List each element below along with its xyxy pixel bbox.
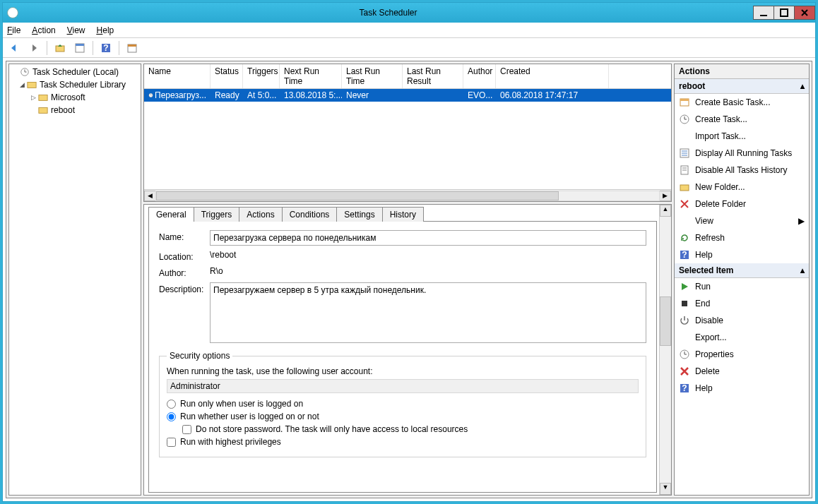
tree-microsoft[interactable]: ▷ Microsoft [11, 91, 139, 104]
history-icon [679, 164, 690, 176]
tree-pane: Task Scheduler (Local) ◢ Task Scheduler … [8, 64, 141, 496]
folder-icon [26, 80, 37, 90]
close-button[interactable] [794, 6, 815, 20]
col-next-run[interactable]: Next Run Time [280, 64, 342, 88]
tab-settings[interactable]: Settings [336, 207, 382, 222]
task-list-pane: Name Status Triggers Next Run Time Last … [143, 64, 672, 202]
action-view-submenu[interactable]: View▶ [675, 212, 809, 229]
detail-tabs: General Triggers Actions Conditions Sett… [144, 205, 659, 222]
tree-expand-icon[interactable]: ▷ [29, 94, 37, 101]
svg-rect-15 [680, 99, 689, 101]
svg-text:?: ? [682, 250, 687, 260]
window-title: Task Scheduler [23, 8, 754, 18]
help-button[interactable]: ? [97, 40, 114, 56]
action-create-basic-task[interactable]: Create Basic Task... [675, 94, 809, 111]
tree-library[interactable]: ◢ Task Scheduler Library [11, 78, 139, 91]
menu-help[interactable]: Help [97, 25, 114, 35]
maximize-button[interactable] [773, 6, 795, 20]
menu-action[interactable]: Action [32, 25, 55, 35]
tree-reboot[interactable]: reboot [11, 104, 139, 116]
detail-pane: General Triggers Actions Conditions Sett… [143, 204, 672, 496]
chk-no-store-password-input[interactable] [182, 425, 191, 434]
chk-highest-privileges-input[interactable] [167, 438, 176, 447]
col-last-run[interactable]: Last Run Time [342, 64, 403, 88]
action-refresh[interactable]: Refresh [675, 229, 809, 246]
location-value: \reboot [210, 250, 646, 260]
action-create-task[interactable]: Create Task... [675, 111, 809, 128]
chk-no-store-password[interactable]: Do not store password. The task will onl… [182, 424, 639, 434]
svg-rect-11 [39, 95, 47, 101]
col-created[interactable]: Created [496, 64, 609, 88]
radio-logged-on-or-not[interactable]: Run whether user is logged on or not [167, 412, 639, 421]
col-last-result[interactable]: Last Run Result [403, 64, 463, 88]
col-triggers[interactable]: Triggers [243, 64, 280, 88]
cell-last: Never [342, 90, 403, 100]
scroll-thumb[interactable] [156, 191, 559, 200]
svg-rect-8 [128, 44, 136, 47]
col-status[interactable]: Status [211, 64, 243, 88]
tab-general[interactable]: General [148, 207, 194, 222]
action-import-task[interactable]: Import Task... [675, 128, 809, 145]
detail-v-scrollbar[interactable]: ▲ ▼ [659, 205, 671, 495]
action-disable-history[interactable]: Disable All Tasks History [675, 162, 809, 179]
tree-label: Task Scheduler (Local) [32, 67, 119, 77]
scroll-up-button[interactable]: ▲ [660, 205, 671, 217]
tree-label: reboot [51, 105, 75, 115]
action-run[interactable]: Run [675, 278, 809, 295]
tab-history[interactable]: History [382, 207, 424, 222]
scroll-down-button[interactable]: ▼ [660, 483, 671, 495]
blank-icon [679, 215, 690, 227]
properties-icon [679, 349, 690, 360]
scroll-track[interactable] [660, 217, 671, 483]
action-delete[interactable]: Delete [675, 363, 809, 380]
description-textarea[interactable] [210, 282, 646, 343]
menu-file[interactable]: File [7, 25, 20, 35]
tab-triggers[interactable]: Triggers [194, 207, 240, 222]
action-export[interactable]: Export... [675, 329, 809, 346]
task-name-input[interactable] [210, 230, 646, 246]
tree-collapse-icon[interactable]: ◢ [18, 81, 26, 88]
col-author[interactable]: Author [463, 64, 496, 88]
menubar: File Action View Help [3, 23, 815, 38]
action-help[interactable]: ?Help [675, 246, 809, 263]
up-folder-button[interactable] [52, 40, 69, 56]
label-author: Author: [159, 266, 210, 278]
minimize-button[interactable] [753, 6, 774, 20]
label-description: Description: [159, 282, 210, 294]
chk-highest-privileges[interactable]: Run with highest privileges [167, 437, 639, 447]
tab-conditions[interactable]: Conditions [282, 207, 338, 222]
action-display-running[interactable]: Display All Running Tasks [675, 145, 809, 162]
actions-section-reboot[interactable]: reboot▴ [675, 79, 809, 94]
properties-button[interactable] [71, 40, 88, 56]
radio-logged-on-or-not-input[interactable] [167, 412, 176, 421]
app-window: Task Scheduler File Action View Help ? T… [2, 2, 816, 502]
tab-actions[interactable]: Actions [239, 207, 282, 222]
tab-content-general: Name: Location: \reboot Author: R\o D [148, 221, 657, 493]
nav-back-button[interactable] [6, 40, 23, 56]
action-new-folder[interactable]: New Folder... [675, 179, 809, 196]
scroll-right-button[interactable]: ▶ [659, 191, 671, 201]
scroll-track[interactable] [155, 191, 660, 201]
actions-section-selected[interactable]: Selected Item▴ [675, 263, 809, 278]
task-row-selected[interactable]: Перезагруз... Ready At 5:0... 13.08.2018… [144, 89, 671, 102]
menu-view[interactable]: View [67, 25, 85, 35]
radio-logged-on-input[interactable] [167, 400, 176, 409]
nav-forward-button[interactable] [25, 40, 42, 56]
blank-icon [679, 332, 690, 343]
play-icon [679, 281, 690, 292]
scroll-thumb[interactable] [660, 296, 671, 346]
radio-logged-on[interactable]: Run only when user is logged on [167, 399, 639, 409]
action-help-2[interactable]: ?Help [675, 380, 809, 397]
col-name[interactable]: Name [144, 64, 211, 88]
tree-root[interactable]: Task Scheduler (Local) [11, 66, 139, 78]
refresh-icon [679, 232, 690, 244]
action-properties[interactable]: Properties [675, 346, 809, 363]
action-end[interactable]: End [675, 295, 809, 312]
h-scrollbar[interactable]: ◀ ▶ [144, 189, 671, 201]
action-delete-folder[interactable]: Delete Folder [675, 196, 809, 212]
action-disable[interactable]: Disable [675, 312, 809, 329]
scroll-left-button[interactable]: ◀ [144, 191, 156, 201]
tree-label: Task Scheduler Library [40, 80, 126, 90]
calendar-button[interactable] [124, 40, 141, 56]
svg-rect-2 [56, 46, 64, 52]
